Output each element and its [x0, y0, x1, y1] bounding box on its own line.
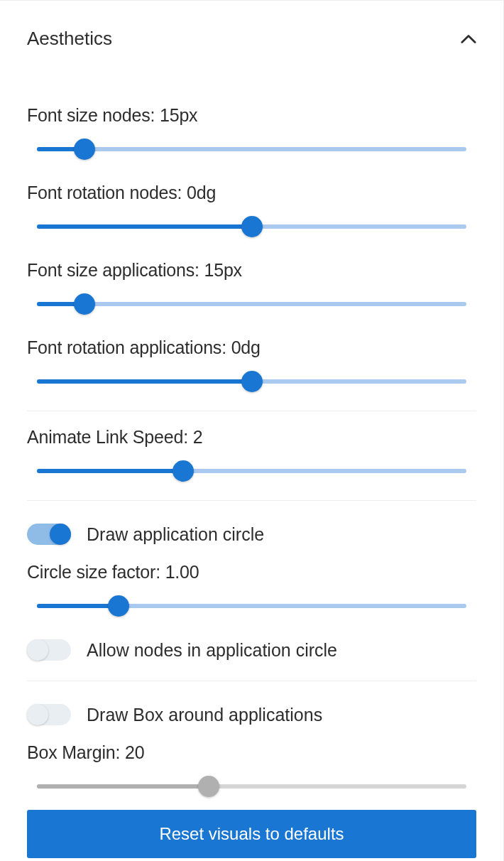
divider [27, 500, 476, 501]
control-font-rotation-apps: Font rotation applications: 0dg [27, 327, 476, 405]
chevron-up-icon [461, 31, 476, 47]
control-font-rotation-nodes: Font rotation nodes: 0dg [27, 173, 476, 250]
slider-font-rotation-apps[interactable] [27, 371, 476, 392]
control-animate-link-speed: Animate Link Speed: 2 [27, 424, 476, 494]
slider-label: Circle size factor: 1.00 [27, 562, 476, 583]
slider-label: Font rotation applications: 0dg [27, 337, 476, 358]
slider-label: Font size applications: 15px [27, 260, 476, 281]
slider-font-size-nodes[interactable] [27, 139, 476, 160]
section-header-aesthetics[interactable]: Aesthetics [27, 1, 476, 77]
control-font-size-nodes: Font size nodes: 15px [27, 77, 476, 173]
toggle-draw-app-circle[interactable] [27, 524, 71, 545]
control-font-size-apps: Font size applications: 15px [27, 250, 476, 327]
divider [27, 681, 476, 681]
toggle-draw-box-apps[interactable] [27, 704, 71, 725]
slider-font-size-apps[interactable] [27, 293, 476, 315]
slider-label: Animate Link Speed: 2 [27, 427, 476, 448]
slider-label: Font rotation nodes: 0dg [27, 183, 476, 203]
aesthetics-panel: Aesthetics Font size nodes: 15px Font ro… [0, 0, 504, 861]
divider [27, 411, 476, 411]
section-title: Aesthetics [27, 28, 112, 50]
slider-label: Box Margin: 20 [27, 742, 476, 763]
toggle-allow-nodes-in-circle[interactable] [27, 639, 71, 661]
control-box-margin: Box Margin: 20 [27, 740, 476, 800]
slider-box-margin[interactable] [27, 776, 476, 797]
slider-font-rotation-nodes[interactable] [27, 216, 476, 237]
slider-label: Font size nodes: 15px [27, 105, 476, 126]
slider-animate-link-speed[interactable] [27, 460, 476, 482]
toggle-row-draw-app-circle: Draw application circle [27, 514, 476, 559]
toggle-row-draw-box-apps: Draw Box around applications [27, 694, 476, 740]
toggle-row-allow-nodes-in-circle: Allow nodes in application circle [27, 629, 476, 675]
toggle-label: Draw Box around applications [87, 705, 322, 725]
toggle-label: Allow nodes in application circle [87, 640, 337, 661]
slider-circle-size-factor[interactable] [27, 595, 476, 617]
control-circle-size-factor: Circle size factor: 1.00 [27, 559, 476, 629]
reset-visuals-button[interactable]: Reset visuals to defaults [27, 810, 476, 858]
toggle-label: Draw application circle [87, 524, 264, 545]
